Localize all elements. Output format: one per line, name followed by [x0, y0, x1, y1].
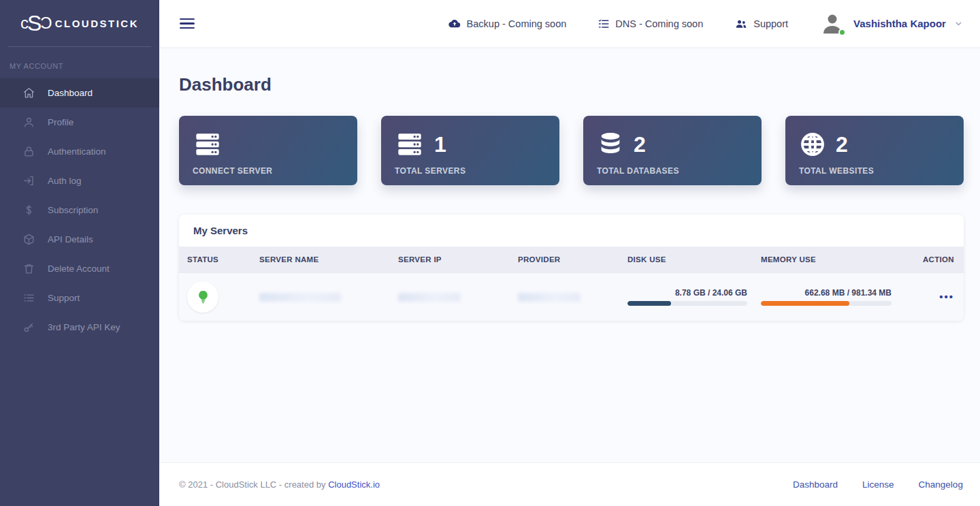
- sidebar-item-3rd-party-api-key[interactable]: 3rd Party API Key: [0, 313, 159, 342]
- page-title: Dashboard: [179, 74, 964, 95]
- main-column: Backup - Coming soon DNS - Coming soon S…: [159, 0, 980, 506]
- top-header: Backup - Coming soon DNS - Coming soon S…: [159, 0, 980, 47]
- dns-label: DNS - Coming soon: [615, 18, 703, 29]
- sidebar-item-profile[interactable]: Profile: [0, 108, 159, 137]
- logo-glyph: Ɔ: [40, 15, 50, 31]
- total-websites-card[interactable]: 2 TOTAL WEBSITES: [785, 116, 964, 185]
- column-header-action: ACTION: [923, 255, 954, 264]
- avatar: [819, 11, 845, 37]
- card-value: 2: [836, 133, 848, 155]
- stat-cards: CONNECT SERVER 1 TOTAL SERVERS: [179, 116, 964, 185]
- app-window: cSƆ CLOUDSTICK MY ACCOUNT Dashboard Prof…: [0, 0, 980, 506]
- hamburger-menu-icon[interactable]: [180, 18, 195, 29]
- sidebar-item-subscription[interactable]: Subscription: [0, 195, 159, 225]
- brand-name: CLOUDSTICK: [55, 18, 139, 29]
- logo-glyph: S: [27, 12, 40, 34]
- user-name: Vashishtha Kapoor: [853, 18, 946, 29]
- brand-logo[interactable]: cSƆ CLOUDSTICK: [8, 0, 151, 47]
- footer-link-changelog[interactable]: Changelog: [919, 479, 963, 490]
- chevron-down-icon: [954, 19, 963, 28]
- disk-use-value: 8.78 GB / 24.06 GB: [627, 288, 747, 298]
- sidebar-item-label: Support: [48, 293, 80, 303]
- topbar-right: Backup - Coming soon DNS - Coming soon S…: [448, 11, 963, 37]
- status-cell: [187, 281, 259, 313]
- card-label: TOTAL SERVERS: [395, 166, 466, 176]
- total-databases-card[interactable]: 2 TOTAL DATABASES: [583, 116, 762, 185]
- support-menu-item[interactable]: Support: [734, 17, 788, 31]
- login-icon: [22, 174, 35, 188]
- backup-label: Backup - Coming soon: [467, 18, 567, 29]
- footer-links: Dashboard License Changelog: [793, 479, 963, 490]
- memory-use-value: 662.68 MB / 981.34 MB: [761, 288, 892, 298]
- sidebar-item-label: Authentication: [48, 146, 106, 157]
- cloudstick-io-link[interactable]: CloudStick.io: [328, 479, 380, 490]
- redacted-server-ip: [398, 293, 461, 302]
- content-area: Dashboard CONNECT SERVER: [159, 47, 980, 462]
- cloudstick-logo-icon: cSƆ: [20, 12, 51, 34]
- database-icon: [597, 131, 624, 158]
- user-menu[interactable]: Vashishtha Kapoor: [819, 11, 963, 37]
- sidebar-item-auth-log[interactable]: Auth log: [0, 166, 159, 195]
- sidebar-item-label: Dashboard: [48, 88, 93, 98]
- column-header-provider: PROVIDER: [518, 255, 627, 264]
- server-name-cell: [259, 293, 398, 302]
- memory-use-cell: 662.68 MB / 981.34 MB: [761, 288, 923, 306]
- memory-use-bar: [761, 301, 892, 306]
- logo-glyph: c: [20, 15, 27, 31]
- dollar-icon: [22, 204, 35, 217]
- card-label: TOTAL WEBSITES: [799, 166, 874, 176]
- server-stack-icon: [395, 131, 425, 158]
- globe-icon: [799, 131, 826, 158]
- row-actions-button[interactable]: •••: [939, 291, 954, 302]
- disk-use-bar: [627, 301, 747, 306]
- sidebar-item-delete-account[interactable]: Delete Account: [0, 254, 159, 283]
- disk-use-cell: 8.78 GB / 24.06 GB: [627, 288, 761, 306]
- backup-menu-item[interactable]: Backup - Coming soon: [448, 17, 567, 31]
- footer: © 2021 - CloudStick LLC - created by Clo…: [159, 462, 980, 506]
- user-icon: [22, 116, 35, 129]
- sidebar-item-authentication[interactable]: Authentication: [0, 137, 159, 166]
- sidebar-nav: Dashboard Profile Authentication Auth lo…: [0, 78, 159, 342]
- column-header-memory-use: MEMORY USE: [761, 255, 923, 264]
- card-value: 2: [634, 133, 646, 155]
- sidebar-item-label: Subscription: [48, 205, 98, 215]
- status-online-bulb-icon: [187, 281, 218, 313]
- sidebar-item-label: API Details: [48, 234, 93, 244]
- redacted-provider: [518, 293, 581, 302]
- table-title: My Servers: [179, 215, 964, 247]
- support-label: Support: [753, 18, 788, 29]
- sidebar-item-support[interactable]: Support: [0, 283, 159, 313]
- card-value: 1: [434, 133, 446, 155]
- lock-icon: [22, 145, 35, 159]
- column-header-server-ip: SERVER IP: [398, 255, 518, 264]
- provider-cell: [518, 293, 627, 302]
- table-row: 8.78 GB / 24.06 GB 662.68 MB / 981.34 MB: [179, 272, 964, 321]
- card-label: TOTAL DATABASES: [597, 166, 679, 176]
- server-stack-icon: [193, 131, 223, 158]
- copyright-prefix: © 2021 - CloudStick LLC - created by: [179, 479, 328, 490]
- sidebar-item-label: Profile: [48, 117, 74, 127]
- column-header-disk-use: DISK USE: [627, 255, 761, 264]
- online-status-dot: [838, 29, 846, 36]
- sidebar: cSƆ CLOUDSTICK MY ACCOUNT Dashboard Prof…: [0, 0, 159, 506]
- card-label: CONNECT SERVER: [193, 166, 272, 176]
- footer-link-license[interactable]: License: [862, 479, 894, 490]
- sidebar-item-label: Delete Account: [48, 264, 110, 274]
- sidebar-item-dashboard[interactable]: Dashboard: [0, 78, 159, 108]
- sidebar-item-api-details[interactable]: API Details: [0, 225, 159, 254]
- column-header-status: STATUS: [187, 255, 259, 264]
- footer-link-dashboard[interactable]: Dashboard: [793, 479, 838, 490]
- users-icon: [734, 17, 748, 31]
- server-ip-cell: [398, 293, 518, 302]
- key-icon: [22, 321, 35, 334]
- sidebar-item-label: 3rd Party API Key: [48, 322, 120, 332]
- dns-menu-item[interactable]: DNS - Coming soon: [598, 18, 703, 30]
- column-header-server-name: SERVER NAME: [259, 255, 398, 264]
- memory-use-bar-fill: [761, 301, 849, 306]
- connect-server-card[interactable]: CONNECT SERVER: [179, 116, 357, 185]
- total-servers-card[interactable]: 1 TOTAL SERVERS: [381, 116, 559, 185]
- sidebar-item-label: Auth log: [48, 176, 82, 186]
- my-servers-panel: My Servers STATUS SERVER NAME SERVER IP …: [179, 215, 964, 321]
- dns-list-icon: [598, 18, 610, 30]
- sidebar-section-label: MY ACCOUNT: [0, 47, 159, 78]
